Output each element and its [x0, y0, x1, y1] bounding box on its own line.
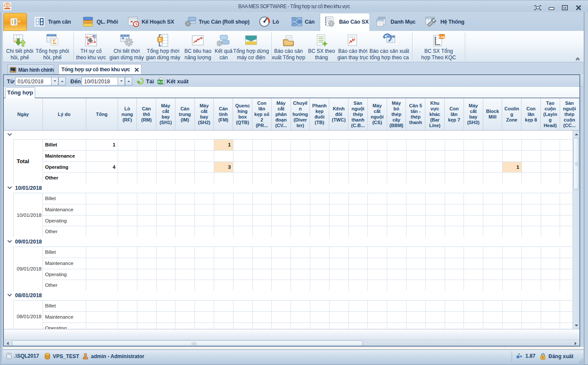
svg-text:Σ: Σ [158, 37, 161, 42]
svg-text:Log: Log [439, 35, 445, 39]
svg-text:Σ: Σ [52, 38, 57, 45]
